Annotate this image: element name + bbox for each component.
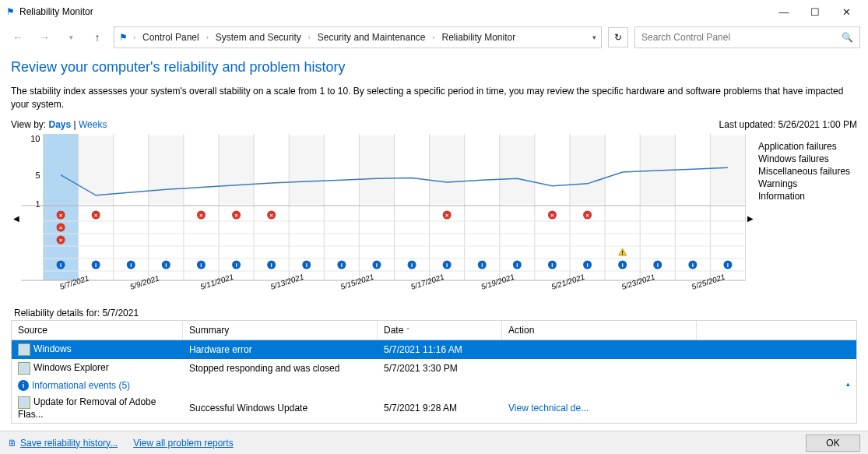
svg-rect-14 [359,135,394,204]
svg-text:5/25/2021: 5/25/2021 [691,272,726,290]
page-heading: Review your computer's reliability and p… [11,59,857,76]
refresh-button[interactable]: ↻ [608,27,628,48]
maximize-button[interactable]: ☐ [799,6,831,18]
legend-windows-failures: Windows failures [758,153,853,165]
crumb-reliability-monitor[interactable]: Reliability Monitor [441,32,518,43]
minimize-button[interactable]: — [768,6,799,18]
page-description: The stability index assesses your system… [11,85,857,111]
info-icon: i [18,380,29,391]
legend-warnings: Warnings [758,178,853,190]
crumb-security-maintenance[interactable]: Security and Maintenance [316,32,427,43]
svg-text:i: i [586,262,588,269]
navigation-bar: ← → ▾ ↑ ⚑ › Control Panel › System and S… [0,23,868,51]
up-button[interactable]: ↑ [87,27,107,48]
search-input[interactable]: Search Control Panel 🔍 [634,26,860,48]
crumb-control-panel[interactable]: Control Panel [141,32,201,43]
info-group-header[interactable]: iInformational events (5)▴ [12,378,856,393]
svg-text:i: i [60,262,61,269]
svg-rect-23 [570,135,605,204]
table-row[interactable]: Update for Removal of Adobe Flas... Succ… [12,393,856,423]
svg-text:i: i [341,262,343,269]
grid-header: Source Summary Date ˄ Action [12,321,856,340]
view-weeks[interactable]: Weeks [79,119,107,130]
col-action[interactable]: Action [502,321,697,340]
chart-svg[interactable]: 1510××××××××××!iiiiiiiiiiiiiiiiiiii5/7/2… [21,134,746,304]
save-history-icon: 🗎 [8,438,17,449]
svg-rect-8 [219,135,254,204]
table-row[interactable]: Windows Hardware error 5/7/2021 11:16 AM [12,340,856,359]
recent-dropdown[interactable]: ▾ [61,27,81,48]
svg-text:×: × [234,212,238,219]
chevron-icon: › [306,33,313,41]
svg-text:i: i [200,262,202,269]
svg-text:i: i [306,262,307,269]
scroll-right-button[interactable]: ▶ [746,134,755,304]
close-button[interactable]: ✕ [831,6,862,18]
svg-text:!: ! [621,249,624,256]
address-flag-icon: ⚑ [119,32,128,43]
svg-text:i: i [727,262,729,269]
col-summary[interactable]: Summary [183,321,378,340]
svg-text:i: i [376,262,378,269]
svg-rect-20 [500,135,535,204]
window-title: Reliability Monitor [19,6,768,17]
svg-text:×: × [550,212,554,219]
svg-text:i: i [481,262,483,269]
legend-misc-failures: Miscellaneous failures [758,165,853,178]
svg-rect-5 [149,135,184,204]
titlebar: ⚑ Reliability Monitor — ☐ ✕ [0,0,868,23]
legend-app-failures: Application failures [758,140,853,153]
svg-rect-11 [289,135,324,204]
chevron-icon: › [131,33,138,41]
svg-rect-29 [710,135,745,204]
svg-text:5: 5 [35,170,40,179]
svg-text:i: i [657,262,659,269]
svg-text:×: × [269,212,273,219]
address-bar[interactable]: ⚑ › Control Panel › System and Security … [114,26,602,48]
search-icon: 🔍 [842,32,853,43]
svg-text:×: × [59,224,63,231]
col-source[interactable]: Source [12,321,183,340]
svg-text:i: i [411,262,413,269]
collapse-icon[interactable]: ▴ [846,380,850,391]
view-controls: View by: Days | Weeks Last updated: 5/26… [11,119,857,130]
view-all-reports-link[interactable]: View all problem reports [133,438,234,449]
svg-text:×: × [445,212,449,219]
footer-bar: 🗎 Save reliability history... View all p… [0,431,868,454]
svg-text:i: i [551,262,553,269]
source-icon [18,343,30,356]
save-history-link[interactable]: Save reliability history... [20,438,118,449]
svg-text:5/9/2021: 5/9/2021 [128,273,160,290]
svg-text:5/11/2021: 5/11/2021 [199,272,235,290]
svg-text:i: i [622,262,624,269]
last-updated: Last updated: 5/26/2021 1:00 PM [719,119,857,130]
back-button[interactable]: ← [8,27,28,48]
app-flag-icon: ⚑ [6,6,15,17]
forward-button[interactable]: → [34,27,54,48]
scroll-left-button[interactable]: ◀ [12,134,21,304]
svg-text:5/21/2021: 5/21/2021 [550,272,586,290]
legend-information: Information [758,190,853,202]
view-days[interactable]: Days [48,119,71,130]
table-row[interactable]: Windows Explorer Stopped responding and … [12,359,856,378]
svg-text:5/15/2021: 5/15/2021 [339,272,375,290]
svg-text:5/23/2021: 5/23/2021 [620,272,656,290]
col-date[interactable]: Date ˄ [378,321,502,340]
chevron-icon: › [430,33,438,41]
svg-text:i: i [95,262,97,269]
svg-text:i: i [516,262,518,269]
crumb-system-security[interactable]: System and Security [214,32,303,43]
address-dropdown-icon[interactable]: ▾ [592,33,596,41]
svg-text:5/13/2021: 5/13/2021 [269,272,305,290]
svg-text:×: × [199,212,203,219]
svg-text:i: i [235,262,237,269]
reliability-chart: ◀ 1510××××××××××!iiiiiiiiiiiiiiiiiiii5/7… [11,133,857,304]
ok-button[interactable]: OK [806,435,860,452]
chevron-icon: › [204,33,211,41]
details-label: Reliability details for: 5/7/2021 [14,308,857,319]
svg-text:i: i [271,262,272,269]
details-grid: Source Summary Date ˄ Action Windows Har… [11,320,857,424]
svg-text:1: 1 [35,199,40,209]
svg-text:×: × [59,212,63,219]
svg-text:×: × [94,212,98,219]
